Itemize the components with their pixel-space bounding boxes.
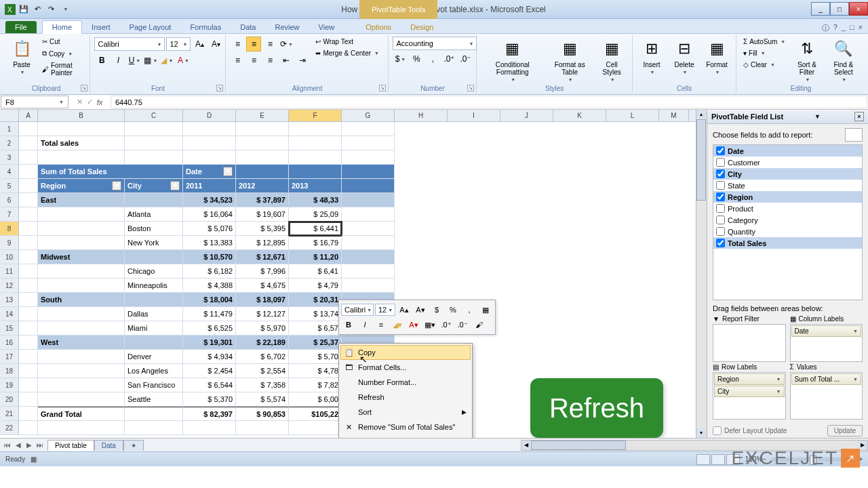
field-item[interactable]: Region xyxy=(713,191,862,203)
cell[interactable] xyxy=(38,222,125,236)
number-format-combo[interactable]: Accounting▼ xyxy=(393,37,477,50)
field-checkbox[interactable] xyxy=(716,239,725,247)
area-field-item[interactable]: Region▼ xyxy=(714,373,785,385)
field-checkbox[interactable] xyxy=(716,181,725,190)
row-header[interactable]: 14 xyxy=(0,307,19,321)
cell[interactable] xyxy=(183,122,236,136)
col-header[interactable]: F xyxy=(289,110,342,121)
cell[interactable]: $ 6,41 xyxy=(289,264,342,279)
new-sheet-icon[interactable]: ✦ xyxy=(123,440,144,451)
paste-button[interactable]: 📋Paste▼ xyxy=(7,37,37,76)
context-menu-item[interactable]: 📋Copy xyxy=(340,345,471,360)
cell[interactable]: $ 5,076 xyxy=(183,222,236,236)
cell[interactable] xyxy=(38,378,125,392)
cell[interactable]: $ 12,671 xyxy=(236,250,289,264)
cell[interactable]: $ 25,09 xyxy=(289,207,342,222)
copy-button[interactable]: ⧉Copy▼ xyxy=(39,48,85,59)
decrease-decimal-icon[interactable]: .0⁻ xyxy=(458,52,473,66)
layout-options-icon[interactable] xyxy=(845,128,863,142)
doc-restore-icon[interactable]: □ xyxy=(850,23,854,33)
help-icon[interactable]: ? xyxy=(833,23,837,33)
cell[interactable] xyxy=(125,250,183,264)
cell[interactable] xyxy=(38,364,125,378)
cell[interactable] xyxy=(125,122,183,136)
cell[interactable]: Midwest xyxy=(38,250,125,264)
context-menu-item[interactable]: Number Format... xyxy=(340,375,471,390)
city-dropdown[interactable]: City▾ xyxy=(125,179,183,193)
cell[interactable]: $ 4,388 xyxy=(183,279,236,293)
cell[interactable]: $ 2,454 xyxy=(183,364,236,378)
col-header[interactable]: M xyxy=(659,110,689,121)
field-item[interactable]: City xyxy=(713,168,862,180)
undo-icon[interactable]: ↶ xyxy=(31,3,43,16)
design-tab[interactable]: Design xyxy=(401,21,443,33)
cell[interactable]: Chicago xyxy=(125,264,183,279)
normal-view-icon[interactable] xyxy=(696,454,710,465)
scroll-thumb[interactable] xyxy=(696,119,706,201)
cell[interactable] xyxy=(342,236,395,250)
font-launcher[interactable]: ↘ xyxy=(216,85,223,92)
enter-formula-icon[interactable]: ✓ xyxy=(87,98,93,106)
field-item[interactable]: Date xyxy=(713,145,862,157)
row-header[interactable]: 8 xyxy=(0,222,19,236)
scroll-down-icon[interactable]: ▾ xyxy=(696,428,706,438)
cell[interactable] xyxy=(19,407,38,421)
align-right-icon[interactable]: ≡ xyxy=(262,53,277,68)
cell[interactable] xyxy=(19,364,38,378)
cell[interactable]: Seattle xyxy=(125,392,183,407)
bold-button[interactable]: B xyxy=(94,53,109,68)
cell[interactable]: Total sales xyxy=(38,136,125,150)
cell[interactable] xyxy=(342,179,395,193)
row-header[interactable]: 13 xyxy=(0,293,19,307)
row-header[interactable]: 18 xyxy=(0,364,19,378)
defer-layout-checkbox[interactable] xyxy=(713,426,722,435)
col-header[interactable]: C xyxy=(125,110,183,121)
col-header[interactable]: H xyxy=(395,110,448,121)
cell[interactable] xyxy=(19,321,38,336)
cell[interactable] xyxy=(125,407,183,421)
page-layout-view-icon[interactable] xyxy=(711,454,725,465)
cell[interactable] xyxy=(38,421,125,435)
mini-font-color-icon[interactable]: A▾ xyxy=(406,318,421,331)
cell[interactable]: Atlanta xyxy=(125,207,183,222)
mini-grow-font-icon[interactable]: A▴ xyxy=(397,303,412,317)
cell[interactable]: $ 2,554 xyxy=(236,364,289,378)
cell[interactable] xyxy=(342,165,395,179)
field-checkbox[interactable] xyxy=(716,192,725,201)
cell[interactable]: $ 5,574 xyxy=(236,392,289,407)
update-button[interactable]: Update xyxy=(827,425,863,436)
row-header[interactable]: 6 xyxy=(0,193,19,207)
row-header[interactable]: 1 xyxy=(0,122,19,136)
cell[interactable]: $ 6,544 xyxy=(183,378,236,392)
cell[interactable]: $ 16,064 xyxy=(183,207,236,222)
col-header[interactable]: B xyxy=(38,110,125,121)
cell[interactable]: Denver xyxy=(125,350,183,364)
cell[interactable] xyxy=(38,307,125,321)
col-header[interactable]: I xyxy=(448,110,500,121)
cell[interactable]: $ 7,82 xyxy=(289,378,342,392)
cell[interactable]: $ 6,57 xyxy=(289,321,342,336)
row-header[interactable]: 11 xyxy=(0,264,19,279)
col-header[interactable]: D xyxy=(183,110,236,121)
cell[interactable] xyxy=(125,293,183,307)
cell[interactable] xyxy=(342,150,395,165)
context-menu-item[interactable]: ✕Remove "Sum of Total Sales" xyxy=(340,420,471,434)
sheet-tab[interactable]: Data xyxy=(94,440,123,451)
italic-button[interactable]: I xyxy=(111,53,125,68)
cell[interactable] xyxy=(236,165,289,179)
field-checkbox[interactable] xyxy=(716,227,725,236)
fill-button[interactable]: ▾Fill▼ xyxy=(741,48,788,58)
row-header[interactable]: 7 xyxy=(0,207,19,222)
cell[interactable]: $ 13,74 xyxy=(289,307,342,321)
doc-minimize-icon[interactable]: _ xyxy=(842,23,846,33)
cell[interactable] xyxy=(38,392,125,407)
cell[interactable]: $ 4,934 xyxy=(183,350,236,364)
column-labels-area[interactable]: Date▼ xyxy=(790,324,863,362)
mini-border-box-icon[interactable]: ▦ xyxy=(478,303,493,317)
cell[interactable] xyxy=(19,421,38,435)
cell[interactable]: $ 5,970 xyxy=(236,321,289,336)
cell[interactable]: $ 5,70 xyxy=(289,350,342,364)
field-item[interactable]: Customer xyxy=(713,157,862,168)
shrink-font-icon[interactable]: A▾ xyxy=(208,37,223,52)
mini-italic-icon[interactable]: I xyxy=(357,318,372,331)
